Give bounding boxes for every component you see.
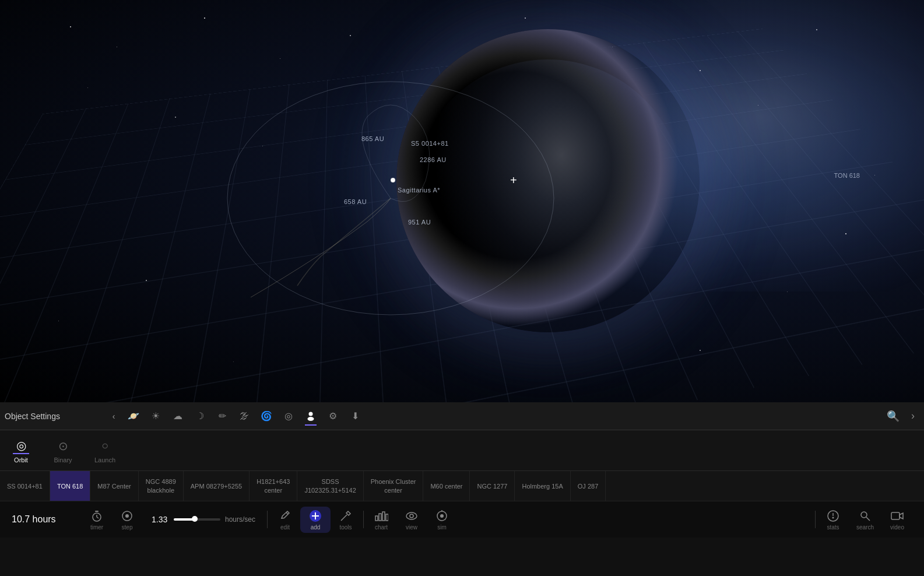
divider-2	[363, 511, 364, 528]
cloud-icon-btn[interactable]: ☁	[167, 406, 188, 427]
timer-icon	[90, 509, 104, 523]
add-button[interactable]: add	[300, 507, 331, 533]
step-icon	[120, 509, 134, 523]
main-viewport: 865 AU S5 0014+81 2286 AU 658 AU 951 AU …	[0, 0, 924, 402]
search-button[interactable]: search	[848, 509, 882, 531]
object-ss0014[interactable]: SS 0014+81	[0, 471, 50, 501]
settings2-icon-btn[interactable]: ⚙	[322, 406, 343, 427]
tab-launch[interactable]: ○ Launch	[93, 438, 117, 463]
object-settings-title: Object Settings	[5, 412, 107, 421]
planet-icon-btn[interactable]: 🪐	[123, 406, 144, 427]
back-button[interactable]: ‹	[107, 409, 121, 423]
settings-icons: 🪐 ☀ ☁ ☽ ✏ 🌫 🌀 ◎ ⚙ ⬇	[123, 406, 880, 427]
launch-label: Launch	[94, 456, 115, 463]
svg-point-19	[440, 514, 444, 518]
sagittarius-dot	[391, 178, 395, 182]
divider-1	[267, 511, 268, 528]
object-m60[interactable]: M60 center	[423, 471, 470, 501]
speed-slider[interactable]	[174, 518, 220, 521]
view-button[interactable]: view	[396, 509, 427, 531]
svg-point-1	[309, 412, 313, 416]
edit-button[interactable]: edit	[270, 509, 300, 531]
svg-point-17	[410, 514, 413, 518]
dist-658-label: 658 AU	[344, 198, 367, 205]
sim-label: sim	[437, 524, 447, 531]
svg-point-8	[125, 514, 129, 518]
object-apm[interactable]: APM 08279+5255	[184, 471, 250, 501]
chart-icon	[374, 509, 388, 523]
view-label: view	[406, 524, 417, 531]
svg-rect-14	[382, 512, 385, 521]
add-icon	[308, 509, 322, 523]
bottom-toolbar: 10.7 hours timer step 1.	[0, 501, 924, 538]
download-icon-btn[interactable]: ⬇	[345, 406, 366, 427]
svg-rect-3	[95, 511, 99, 512]
settings-more-button[interactable]: ›	[907, 410, 919, 422]
toolbar-right: stats search video	[813, 509, 912, 531]
black-hole	[396, 29, 700, 332]
svg-rect-15	[386, 514, 388, 521]
step-button[interactable]: step	[112, 509, 142, 531]
spiral-icon-btn[interactable]: 🌀	[256, 406, 277, 427]
orbit-icon: ◎	[13, 438, 29, 454]
binary-label: Binary	[54, 456, 72, 463]
s5-label: S5 0014+81	[411, 140, 449, 147]
dist-865-label: 865 AU	[361, 135, 384, 142]
bottom-panel: Object Settings ‹ 🪐 ☀ ☁ ☽ ✏ 🌫 🌀 ◎ ⚙ ⬇ 🔍 …	[0, 402, 924, 576]
object-sdss[interactable]: SDSSJ102325.31+5142	[297, 471, 363, 501]
search-label: search	[856, 524, 874, 531]
fog-icon-btn[interactable]: 🌫	[234, 406, 255, 427]
chart-button[interactable]: chart	[366, 509, 396, 531]
svg-rect-26	[891, 512, 900, 519]
tools-label: tools	[339, 524, 352, 531]
objects-row: SS 0014+81 TON 618 M87 Center NGC 4889bl…	[0, 471, 924, 501]
speed-slider-thumb	[192, 516, 198, 522]
speed-control[interactable]: 1.33 hours/sec	[142, 515, 265, 524]
search-icon	[858, 509, 872, 523]
tab-binary[interactable]: ⊙ Binary	[51, 438, 75, 463]
tabs-row: ◎ Orbit ⊙ Binary ○ Launch	[0, 430, 924, 471]
svg-line-25	[866, 517, 870, 521]
svg-point-24	[861, 512, 867, 518]
timer-label: timer	[90, 524, 103, 531]
orbit-label: Orbit	[14, 456, 28, 463]
svg-point-2	[308, 417, 314, 421]
svg-line-6	[97, 517, 99, 518]
speed-value: 1.33	[152, 515, 169, 524]
object-holmberg[interactable]: Holmberg 15A	[515, 471, 570, 501]
object-ngc4889[interactable]: NGC 4889blackhole	[139, 471, 184, 501]
timer-button[interactable]: timer	[82, 509, 112, 531]
stats-button[interactable]: stats	[818, 509, 848, 531]
svg-rect-12	[375, 516, 378, 521]
person-icon-btn[interactable]	[300, 406, 321, 427]
stats-icon	[826, 509, 840, 523]
step-label: step	[122, 524, 133, 531]
tools-icon	[339, 509, 353, 523]
sim-icon	[435, 509, 449, 523]
moon-icon-btn[interactable]: ☽	[189, 406, 210, 427]
object-settings-bar: Object Settings ‹ 🪐 ☀ ☁ ☽ ✏ 🌫 🌀 ◎ ⚙ ⬇ 🔍 …	[0, 402, 924, 430]
edit-icon	[278, 509, 292, 523]
binary-icon: ⊙	[55, 438, 71, 454]
object-phoenix[interactable]: Phoenix Clustercenter	[364, 471, 424, 501]
object-m87[interactable]: M87 Center	[90, 471, 138, 501]
pencil-icon-btn[interactable]: ✏	[212, 406, 233, 427]
tab-orbit[interactable]: ◎ Orbit	[9, 438, 33, 463]
sim-button[interactable]: sim	[427, 509, 457, 531]
video-button[interactable]: video	[882, 509, 912, 531]
object-oj287[interactable]: OJ 287	[571, 471, 606, 501]
speed-unit: hours/sec	[225, 515, 255, 524]
time-display: 10.7 hours	[12, 514, 82, 525]
video-label: video	[890, 524, 904, 531]
object-ton618[interactable]: TON 618	[50, 471, 90, 501]
settings-search-button[interactable]: 🔍	[880, 410, 907, 423]
object-ngc1277[interactable]: NGC 1277	[470, 471, 515, 501]
sun-icon-btn[interactable]: ☀	[145, 406, 166, 427]
tools-button[interactable]: tools	[331, 509, 361, 531]
svg-point-23	[832, 517, 834, 518]
launch-icon: ○	[97, 438, 113, 454]
circle-icon-btn[interactable]: ◎	[278, 406, 299, 427]
stats-label: stats	[827, 524, 839, 531]
object-h1821[interactable]: H1821+643center	[250, 471, 297, 501]
dist-951-label: 951 AU	[408, 219, 431, 226]
